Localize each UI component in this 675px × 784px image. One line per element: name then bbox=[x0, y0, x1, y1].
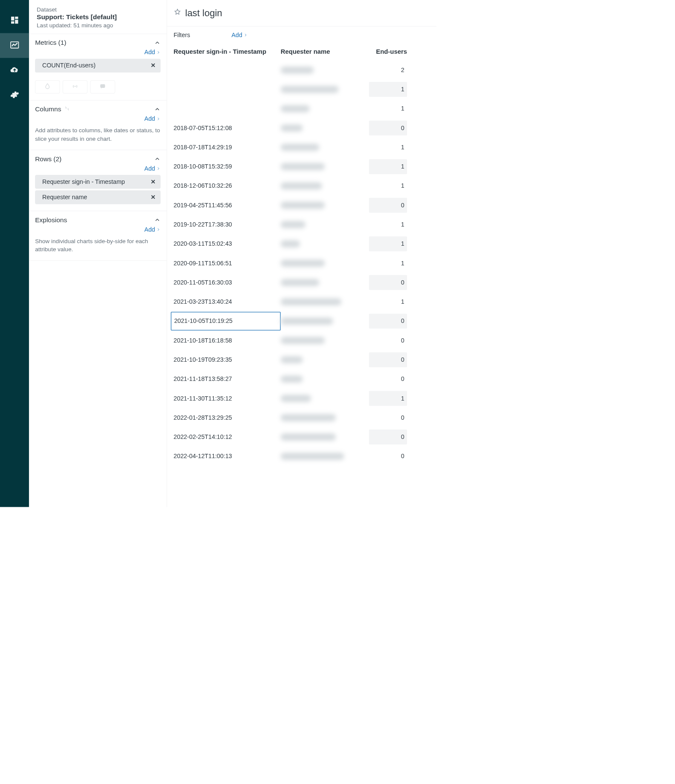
cell-requester-name[interactable] bbox=[281, 221, 369, 228]
cell-requester-name[interactable] bbox=[281, 163, 369, 170]
table-row[interactable]: 2 bbox=[171, 61, 431, 80]
cell-endusers[interactable]: 0 bbox=[369, 118, 410, 137]
cell-requester-name[interactable] bbox=[281, 356, 369, 363]
table-row[interactable]: 2022-02-25T14:10:120 bbox=[171, 427, 431, 447]
table-row[interactable]: 2021-11-18T13:58:270 bbox=[171, 369, 431, 389]
cell-endusers[interactable]: 0 bbox=[369, 311, 410, 331]
table-row[interactable]: 2020-03-11T15:02:431 bbox=[171, 234, 431, 253]
row-chip-remove[interactable]: ✕ bbox=[151, 194, 156, 201]
metric-chip[interactable]: COUNT(End-users) ✕ bbox=[35, 59, 160, 73]
col-header-endusers[interactable]: End-users bbox=[369, 48, 410, 61]
cell-timestamp[interactable]: 2021-11-18T13:58:27 bbox=[171, 375, 280, 383]
cell-endusers[interactable]: 1 bbox=[369, 389, 410, 408]
table-row[interactable]: 2019-04-25T11:45:560 bbox=[171, 196, 431, 215]
nav-dashboard[interactable] bbox=[0, 8, 29, 33]
row-chip-1[interactable]: Requester name ✕ bbox=[35, 190, 160, 204]
cell-endusers[interactable]: 2 bbox=[369, 61, 410, 80]
cell-endusers[interactable]: 0 bbox=[369, 447, 410, 466]
cell-requester-name[interactable] bbox=[281, 298, 369, 305]
chevron-up-icon[interactable] bbox=[154, 217, 161, 224]
row-chip-0[interactable]: Requester sign-in - Timestamp ✕ bbox=[35, 175, 160, 189]
table-row[interactable]: 2022-01-28T13:29:250 bbox=[171, 408, 431, 427]
table-row[interactable]: 2021-10-18T16:18:580 bbox=[171, 331, 431, 350]
table-row[interactable]: 2020-11-05T16:30:030 bbox=[171, 273, 431, 292]
cell-endusers[interactable]: 0 bbox=[369, 369, 410, 389]
chevron-up-icon[interactable] bbox=[154, 39, 161, 46]
table-row[interactable]: 2021-03-23T13:40:241 bbox=[171, 292, 431, 311]
nav-datasets[interactable] bbox=[0, 58, 29, 83]
vis-pill-3[interactable] bbox=[90, 80, 115, 93]
cell-timestamp[interactable]: 2018-12-06T10:32:26 bbox=[171, 183, 280, 190]
cell-endusers[interactable]: 1 bbox=[369, 215, 410, 234]
cell-requester-name[interactable] bbox=[281, 433, 369, 441]
cell-requester-name[interactable] bbox=[281, 240, 369, 247]
metrics-add[interactable]: Add bbox=[144, 49, 160, 56]
table-row[interactable]: 2019-10-22T17:38:301 bbox=[171, 215, 431, 234]
table-row[interactable]: 2018-07-05T15:12:080 bbox=[171, 118, 431, 137]
cell-timestamp[interactable]: 2021-10-18T16:18:58 bbox=[171, 337, 280, 344]
cell-endusers[interactable]: 0 bbox=[369, 331, 410, 350]
vis-pill-1[interactable] bbox=[35, 80, 60, 93]
cell-requester-name[interactable] bbox=[281, 202, 369, 209]
cell-requester-name[interactable] bbox=[281, 144, 369, 151]
nav-settings[interactable] bbox=[0, 83, 29, 107]
cell-timestamp[interactable]: 2020-11-05T16:30:03 bbox=[171, 279, 280, 286]
pin-icon[interactable] bbox=[174, 9, 181, 17]
cell-endusers[interactable]: 0 bbox=[369, 196, 410, 215]
cell-requester-name[interactable] bbox=[281, 86, 369, 93]
cell-timestamp[interactable]: 2021-10-05T10:19:25 bbox=[171, 312, 280, 331]
table-row[interactable]: 1 bbox=[171, 99, 431, 118]
table-row[interactable]: 2022-04-12T11:00:130 bbox=[171, 447, 431, 466]
cell-endusers[interactable]: 1 bbox=[369, 234, 410, 253]
cell-endusers[interactable]: 1 bbox=[369, 253, 410, 273]
cell-requester-name[interactable] bbox=[281, 375, 369, 383]
cell-requester-name[interactable] bbox=[281, 337, 369, 344]
cell-endusers[interactable]: 0 bbox=[369, 427, 410, 447]
table-row[interactable]: 2021-10-19T09:23:350 bbox=[171, 350, 431, 369]
cell-endusers[interactable]: 1 bbox=[369, 292, 410, 311]
cell-endusers[interactable]: 1 bbox=[369, 99, 410, 118]
cell-requester-name[interactable] bbox=[281, 260, 369, 267]
table-row[interactable]: 2018-10-08T15:32:591 bbox=[171, 157, 431, 176]
vis-pill-2[interactable] bbox=[63, 80, 87, 93]
cell-timestamp[interactable]: 2019-10-22T17:38:30 bbox=[171, 221, 280, 228]
row-chip-remove[interactable]: ✕ bbox=[151, 178, 156, 186]
cell-endusers[interactable]: 0 bbox=[369, 350, 410, 369]
cell-requester-name[interactable] bbox=[281, 183, 369, 190]
cell-timestamp[interactable]: 2020-09-11T15:06:51 bbox=[171, 260, 280, 267]
cell-timestamp[interactable]: 2018-10-08T15:32:59 bbox=[171, 163, 280, 170]
cell-timestamp[interactable]: 2022-02-25T14:10:12 bbox=[171, 433, 280, 441]
swap-icon[interactable] bbox=[64, 105, 70, 113]
col-header-timestamp[interactable]: Requester sign-in - Timestamp bbox=[171, 48, 280, 61]
cell-requester-name[interactable] bbox=[281, 125, 369, 132]
cell-requester-name[interactable] bbox=[281, 105, 369, 112]
cell-timestamp[interactable]: 2020-03-11T15:02:43 bbox=[171, 240, 280, 247]
table-row[interactable]: 2021-10-05T10:19:250 bbox=[171, 311, 431, 331]
col-header-name[interactable]: Requester name bbox=[281, 48, 369, 61]
rows-add[interactable]: Add bbox=[144, 165, 160, 172]
chevron-up-icon[interactable] bbox=[154, 106, 161, 113]
table-row[interactable]: 2018-07-18T14:29:191 bbox=[171, 138, 431, 157]
cell-endusers[interactable]: 0 bbox=[369, 273, 410, 292]
cell-timestamp[interactable]: 2021-10-19T09:23:35 bbox=[171, 356, 280, 363]
table-row[interactable]: 1 bbox=[171, 80, 431, 99]
cell-requester-name[interactable] bbox=[281, 414, 369, 421]
cell-timestamp[interactable]: 2022-01-28T13:29:25 bbox=[171, 414, 280, 421]
cell-timestamp[interactable]: 2018-07-18T14:29:19 bbox=[171, 144, 280, 151]
cell-requester-name[interactable] bbox=[281, 317, 369, 325]
cell-requester-name[interactable] bbox=[281, 453, 369, 460]
cell-timestamp[interactable]: 2021-03-23T13:40:24 bbox=[171, 298, 280, 305]
table-row[interactable]: 2021-11-30T11:35:121 bbox=[171, 389, 431, 408]
cell-endusers[interactable]: 0 bbox=[369, 408, 410, 427]
cell-timestamp[interactable]: 2022-04-12T11:00:13 bbox=[171, 453, 280, 460]
cell-endusers[interactable]: 1 bbox=[369, 176, 410, 195]
chevron-up-icon[interactable] bbox=[154, 156, 161, 163]
table-row[interactable]: 2018-12-06T10:32:261 bbox=[171, 176, 431, 195]
cell-endusers[interactable]: 1 bbox=[369, 80, 410, 99]
cell-timestamp[interactable]: 2019-04-25T11:45:56 bbox=[171, 202, 280, 209]
explosions-add[interactable]: Add bbox=[144, 226, 160, 233]
cell-timestamp[interactable]: 2021-11-30T11:35:12 bbox=[171, 395, 280, 402]
cell-endusers[interactable]: 1 bbox=[369, 138, 410, 157]
metric-chip-remove[interactable]: ✕ bbox=[151, 62, 156, 70]
cell-timestamp[interactable]: 2018-07-05T15:12:08 bbox=[171, 125, 280, 132]
